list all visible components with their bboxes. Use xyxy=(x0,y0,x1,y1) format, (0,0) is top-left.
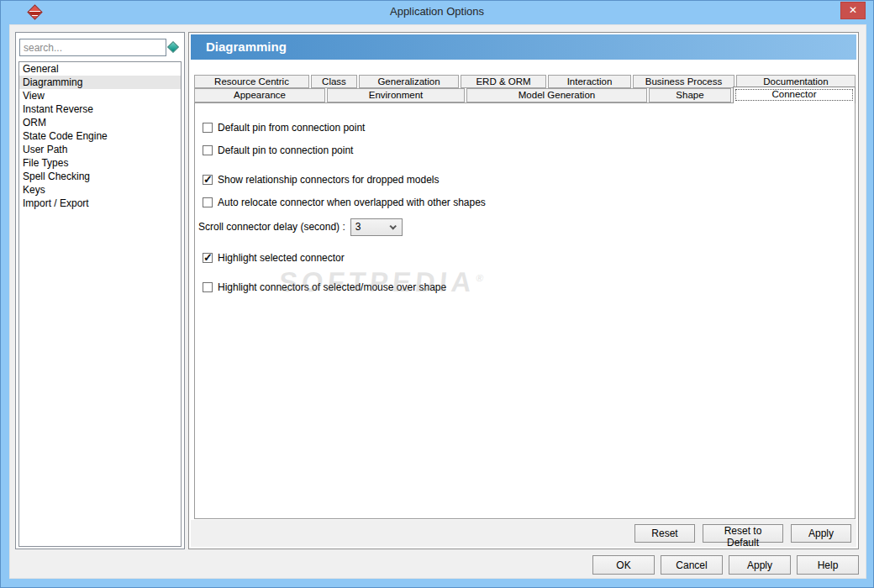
help-button[interactable]: Help xyxy=(797,555,859,575)
option-row: Auto relocate connector when overlapped … xyxy=(203,197,486,208)
scroll-delay-value: 3 xyxy=(355,221,361,233)
option-label: Default pin to connection point xyxy=(218,144,353,156)
tab-resource-centric[interactable]: Resource Centric xyxy=(194,75,309,88)
checkbox-highlight-connectors-of-selected[interactable] xyxy=(203,282,213,292)
diamond-icon xyxy=(167,41,179,53)
connector-tab-page: Default pin from connection point Defaul… xyxy=(194,102,856,519)
reset-to-default-button[interactable]: Reset to Default xyxy=(703,524,783,543)
scroll-delay-dropdown[interactable]: 3 xyxy=(350,218,403,236)
option-row: Highlight selected connector xyxy=(203,252,345,264)
sidebar-item-keys[interactable]: Keys xyxy=(19,183,181,197)
panel-apply-button[interactable]: Apply xyxy=(791,524,851,543)
tab-appearance[interactable]: Appearance xyxy=(194,88,325,102)
sidebar-item-orm[interactable]: ORM xyxy=(19,116,181,129)
apply-button[interactable]: Apply xyxy=(729,555,791,575)
titlebar[interactable]: Application Options ✕ xyxy=(1,1,873,24)
sidebar-item-import-export[interactable]: Import / Export xyxy=(19,197,181,210)
checkbox-default-pin-to[interactable] xyxy=(203,145,213,155)
tab-erd-orm[interactable]: ERD & ORM xyxy=(461,75,546,88)
checkbox-highlight-selected-connector[interactable] xyxy=(203,253,213,263)
ok-button[interactable]: OK xyxy=(592,555,655,575)
cancel-button[interactable]: Cancel xyxy=(661,555,723,575)
sidebar-item-user-path[interactable]: User Path xyxy=(19,143,181,156)
category-list: General Diagramming View Instant Reverse… xyxy=(18,61,182,547)
option-row: Default pin to connection point xyxy=(203,144,353,156)
page-title: Diagramming xyxy=(191,34,856,60)
option-row: Default pin from connection point xyxy=(203,122,365,134)
sidebar-item-state-code-engine[interactable]: State Code Engine xyxy=(19,129,181,143)
search-filter-button[interactable] xyxy=(166,40,181,55)
scroll-delay-label: Scroll connector delay (second) : xyxy=(198,221,345,233)
sidebar-item-spell-checking[interactable]: Spell Checking xyxy=(19,170,181,183)
application-options-dialog: Application Options ✕ General Diagrammin… xyxy=(0,0,874,588)
checkbox-default-pin-from[interactable] xyxy=(203,123,213,133)
sidebar-item-general[interactable]: General xyxy=(19,62,181,76)
search-input[interactable] xyxy=(19,39,166,56)
tab-model-generation[interactable]: Model Generation xyxy=(466,88,647,102)
tab-row-2: Appearance Environment Model Generation … xyxy=(194,88,856,102)
option-row: Show relationship connectors for dropped… xyxy=(203,174,439,186)
option-label: Default pin from connection point xyxy=(218,122,365,134)
panel-footer: Reset Reset to Default Apply xyxy=(191,520,856,547)
option-label: Show relationship connectors for dropped… xyxy=(218,174,439,186)
close-button[interactable]: ✕ xyxy=(840,2,866,19)
tab-shape[interactable]: Shape xyxy=(649,88,731,102)
chevron-down-icon xyxy=(389,223,396,229)
sidebar-item-diagramming[interactable]: Diagramming xyxy=(19,76,181,89)
checkbox-show-relationship-connectors[interactable] xyxy=(203,175,213,185)
sidebar-item-instant-reverse[interactable]: Instant Reverse xyxy=(19,102,181,116)
tab-connector[interactable]: Connector xyxy=(733,87,856,103)
checkbox-auto-relocate-connector[interactable] xyxy=(203,197,213,207)
search-row xyxy=(19,39,182,57)
option-label: Highlight selected connector xyxy=(218,252,345,264)
tab-interaction[interactable]: Interaction xyxy=(548,75,631,88)
sidebar: General Diagramming View Instant Reverse… xyxy=(15,32,185,549)
main-panel: Diagramming Resource Centric Class Gener… xyxy=(188,32,859,549)
dialog-footer: OK Cancel Apply Help xyxy=(10,554,859,575)
tab-environment[interactable]: Environment xyxy=(327,88,465,102)
tab-class[interactable]: Class xyxy=(311,75,357,88)
tab-generalization[interactable]: Generalization xyxy=(359,75,459,88)
sidebar-item-view[interactable]: View xyxy=(19,89,181,102)
option-row: Highlight connectors of selected/mouse o… xyxy=(203,281,446,293)
close-icon: ✕ xyxy=(849,4,857,16)
scroll-delay-row: Scroll connector delay (second) : 3 xyxy=(198,218,403,236)
option-label: Highlight connectors of selected/mouse o… xyxy=(218,281,446,293)
option-label: Auto relocate connector when overlapped … xyxy=(218,197,486,208)
window-title: Application Options xyxy=(1,5,873,18)
tab-business-process[interactable]: Business Process xyxy=(633,75,734,88)
sidebar-item-file-types[interactable]: File Types xyxy=(19,156,181,170)
dialog-body: General Diagramming View Instant Reverse… xyxy=(9,24,866,579)
reset-button[interactable]: Reset xyxy=(634,524,695,543)
